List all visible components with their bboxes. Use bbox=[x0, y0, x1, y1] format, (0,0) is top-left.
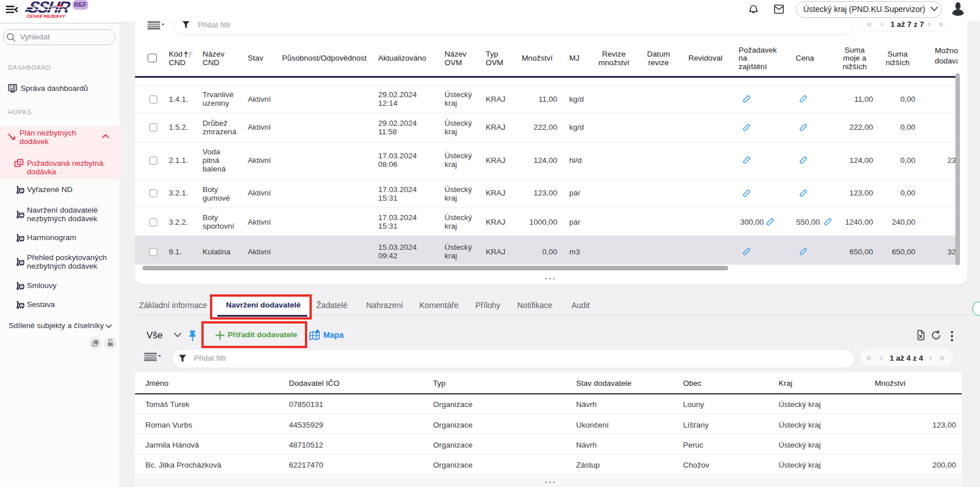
svg-text:ČESKÉ REZERVY: ČESKÉ REZERVY bbox=[27, 14, 66, 19]
